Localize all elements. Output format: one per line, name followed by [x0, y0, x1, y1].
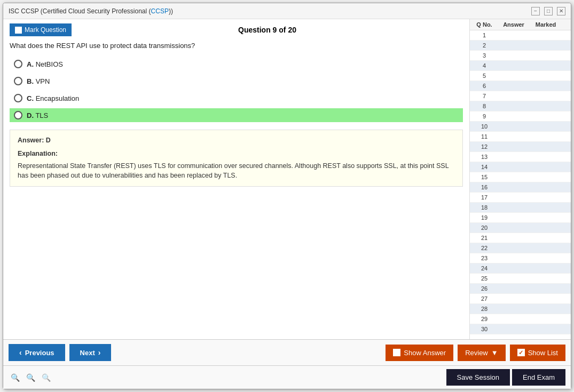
qlist-row-answer — [498, 102, 530, 110]
maximize-button[interactable]: □ — [544, 7, 553, 15]
qlist-row-answer — [498, 325, 530, 333]
qlist-row-num: 26 — [471, 285, 498, 292]
qlist-row-answer — [498, 254, 530, 262]
qlist-col-answer: Answer — [498, 21, 530, 28]
qlist-row[interactable]: 5 — [470, 71, 571, 81]
qlist-col-qno: Q No. — [471, 21, 498, 28]
qlist-row[interactable]: 27 — [470, 294, 571, 304]
qlist-row[interactable]: 7 — [470, 91, 571, 101]
qlist-row-marked — [530, 102, 562, 110]
save-session-button[interactable]: Save Session — [446, 369, 510, 386]
qlist-row[interactable]: 20 — [470, 223, 571, 233]
qlist-row-num: 21 — [471, 234, 498, 242]
qlist-row-marked — [530, 275, 562, 282]
minimize-button[interactable]: − — [531, 7, 540, 15]
qlist-row[interactable]: 18 — [470, 203, 571, 213]
qlist-row-answer — [498, 194, 530, 201]
qlist-row[interactable]: 23 — [470, 253, 571, 263]
qlist-row[interactable]: 24 — [470, 263, 571, 274]
qlist-row-marked — [530, 325, 562, 333]
qlist-row[interactable]: 1 — [470, 30, 571, 41]
option-c[interactable]: C. Encapsulation — [10, 91, 463, 105]
qlist-row-marked — [530, 42, 562, 49]
qlist-row-marked — [530, 204, 562, 211]
qlist-row[interactable]: 29 — [470, 314, 571, 324]
previous-button[interactable]: ‹ Previous — [9, 344, 65, 361]
qlist-row-marked — [530, 315, 562, 323]
qlist-row-num: 17 — [471, 194, 498, 201]
show-list-check-icon: ✓ — [517, 349, 525, 356]
qlist-row-marked — [530, 143, 562, 150]
qlist-row-marked — [530, 214, 562, 221]
end-exam-button[interactable]: End Exam — [512, 369, 565, 386]
qlist-row[interactable]: 4 — [470, 61, 571, 71]
qlist-row[interactable]: 30 — [470, 324, 571, 334]
answer-line: Answer: D — [18, 135, 455, 146]
qlist-row-answer — [498, 183, 530, 191]
option-c-radio — [14, 94, 22, 102]
qlist-row[interactable]: 6 — [470, 81, 571, 91]
option-a[interactable]: A. NetBIOS — [10, 57, 463, 71]
qlist-row[interactable]: 11 — [470, 132, 571, 142]
qlist-row-num: 22 — [471, 244, 498, 252]
qlist-row[interactable]: 3 — [470, 51, 571, 61]
qlist-row[interactable]: 25 — [470, 274, 571, 284]
qlist-row[interactable]: 9 — [470, 111, 571, 122]
qlist-row[interactable]: 2 — [470, 41, 571, 51]
titlebar-title: ISC CCSP (Certified Cloud Security Profe… — [9, 7, 173, 15]
question-text: What does the REST API use to protect da… — [10, 42, 463, 50]
qlist-row[interactable]: 17 — [470, 193, 571, 203]
zoom-normal-button[interactable]: 🔍 — [24, 372, 37, 383]
show-list-button[interactable]: ✓ Show List — [510, 345, 565, 361]
qlist-row[interactable]: 14 — [470, 162, 571, 172]
close-button[interactable]: ✕ — [557, 7, 565, 15]
qlist-row-num: 23 — [471, 254, 498, 262]
qlist-row[interactable]: 21 — [470, 233, 571, 243]
qlist-row-answer — [498, 72, 530, 79]
qlist-row-num: 19 — [471, 214, 498, 221]
qlist-row-num: 14 — [471, 163, 498, 171]
qlist-row-marked — [530, 254, 562, 262]
qlist-row-marked — [530, 31, 562, 39]
qlist-row[interactable]: 16 — [470, 182, 571, 193]
qlist-row-answer — [498, 305, 530, 313]
show-answer-button[interactable]: Show Answer — [386, 345, 453, 361]
qlist-row[interactable]: 26 — [470, 284, 571, 294]
qlist-row-answer — [498, 133, 530, 140]
show-list-label: Show List — [528, 349, 558, 357]
mark-question-button[interactable]: Mark Question — [10, 23, 72, 36]
qlist-row-marked — [530, 92, 562, 100]
qlist-row[interactable]: 10 — [470, 122, 571, 132]
content-area: Mark Question Question 9 of 20 What does… — [3, 19, 571, 339]
qlist-row-answer — [498, 31, 530, 39]
zoom-out-button[interactable]: 🔍 — [40, 372, 53, 383]
qlist-header: Q No. Answer Marked — [470, 19, 571, 30]
qlist-row-num: 5 — [471, 72, 498, 79]
qlist-row[interactable]: 12 — [470, 142, 571, 152]
qlist-row-marked — [530, 82, 562, 90]
option-d[interactable]: D. TLS — [10, 108, 463, 122]
qlist-row[interactable]: 13 — [470, 152, 571, 162]
qlist-row-num: 4 — [471, 62, 498, 69]
qlist-row[interactable]: 8 — [470, 101, 571, 111]
option-b[interactable]: B. VPN — [10, 74, 463, 88]
qlist-body[interactable]: 1234567891011121314151617181920212223242… — [470, 30, 571, 339]
zoom-in-button[interactable]: 🔍 — [9, 372, 22, 383]
header-row: Mark Question Question 9 of 20 — [10, 23, 463, 36]
qlist-row[interactable]: 22 — [470, 243, 571, 253]
qlist-row-answer — [498, 224, 530, 231]
qlist-row[interactable]: 28 — [470, 304, 571, 314]
answer-box: Answer: D Explanation: Representational … — [10, 130, 463, 187]
qlist-row[interactable]: 19 — [470, 213, 571, 223]
qlist-row-num: 10 — [471, 123, 498, 130]
qlist-row-num: 15 — [471, 173, 498, 181]
next-label: Next — [80, 349, 95, 357]
next-button[interactable]: Next › — [69, 344, 112, 361]
qlist-row-answer — [498, 234, 530, 242]
review-button[interactable]: Review ▼ — [458, 345, 506, 361]
option-b-label: B. VPN — [27, 77, 50, 85]
qlist-row-num: 18 — [471, 204, 498, 211]
qlist-row[interactable]: 15 — [470, 172, 571, 182]
option-c-label: C. Encapsulation — [27, 94, 79, 102]
qlist-row-num: 29 — [471, 315, 498, 323]
